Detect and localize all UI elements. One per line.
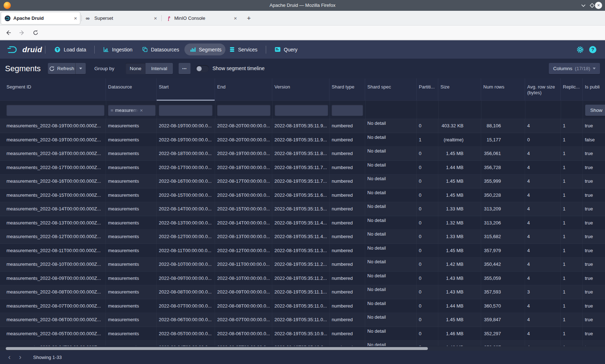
segment-timeline-toggle[interactable] — [196, 65, 209, 72]
column-header-shard_type[interactable]: Shard type — [330, 78, 365, 100]
nav-segments[interactable]: Segments — [190, 40, 221, 59]
tab-close-icon[interactable]: × — [74, 15, 77, 21]
cell-id: measurements_2022-08-16T00:00:00.000Z... — [0, 174, 106, 188]
table-row[interactable]: measurements_2022-08-15T00:00:00.000Z...… — [0, 188, 605, 203]
cell-partition: 0 — [417, 244, 438, 258]
column-header-size[interactable]: Size — [438, 78, 481, 100]
table-row[interactable]: measurements_2022-08-11T00:00:00.000Z...… — [0, 244, 605, 258]
table-row[interactable]: measurements_2022-08-19T00:00:00.000Z...… — [0, 119, 605, 133]
nav-load-data[interactable]: Load data — [54, 40, 86, 59]
column-header-start[interactable]: Start — [157, 78, 215, 100]
table-row[interactable]: measurements_2022-08-10T00:00:00.000Z...… — [0, 258, 605, 272]
cell-shard_spec: No detail — [365, 258, 417, 271]
table-row[interactable]: measurements_2022-08-07T00:00:00.000Z...… — [0, 299, 605, 313]
filter-shard-type-input[interactable] — [332, 105, 363, 116]
cell-id: measurements_2022-08-19T00:00:00.000Z... — [0, 119, 106, 133]
tab-close-icon[interactable]: × — [154, 15, 157, 21]
cell-replicas: 1 — [561, 133, 583, 147]
window-minimize-button[interactable] — [580, 2, 587, 9]
browser-toolbar: 172.18.0.4:30899/unified-console.html#se… — [0, 26, 605, 40]
nav-datasources[interactable]: Datasources — [142, 40, 179, 59]
help-icon[interactable]: ? — [589, 40, 596, 59]
cell-replicas: 1 — [561, 188, 583, 202]
table-row[interactable]: measurements_2022-08-13T00:00:00.000Z...… — [0, 216, 605, 230]
cell-partition: 0 — [417, 272, 438, 285]
cell-shard_spec: No detail — [365, 161, 417, 174]
column-header-replicas[interactable]: Replic... — [561, 78, 583, 100]
table-row[interactable]: measurements_2022-08-17T00:00:00.000Z...… — [0, 161, 605, 175]
group-by-interval-button[interactable]: Interval — [145, 63, 173, 74]
table-row[interactable]: measurements_2022-08-16T00:00:00.000Z...… — [0, 174, 605, 188]
cell-start: 2022-08-05T00:00:00.0... — [157, 327, 215, 341]
nav-label: Datasources — [151, 47, 179, 53]
column-header-version[interactable]: Version — [272, 78, 330, 100]
filter-end-input[interactable] — [217, 105, 270, 116]
refresh-dropdown-button[interactable] — [75, 63, 86, 74]
table-row[interactable]: measurements_2022-08-14T00:00:00.000Z...… — [0, 202, 605, 216]
column-header-end[interactable]: End — [215, 78, 272, 100]
filter-start-input[interactable] — [159, 105, 212, 116]
window-title: Apache Druid — Mozilla Firefox — [0, 0, 605, 11]
window-close-button[interactable]: × — [595, 2, 602, 9]
group-by-none-button[interactable]: None — [126, 63, 145, 74]
cell-avg_row_size: 4 — [525, 230, 561, 244]
tab-apache-druid[interactable]: Apache Druid × — [1, 12, 80, 24]
column-header-is_published[interactable]: Is publi — [583, 78, 605, 100]
table-row[interactable]: measurements_2022-08-04T00:00:00.000Z...… — [0, 341, 605, 346]
column-header-num_rows[interactable]: Num rows — [481, 78, 525, 100]
cell-replicas: 1 — [561, 202, 583, 216]
segments-icon — [190, 46, 196, 53]
cell-id: measurements_2022-08-12T00:00:00.000Z... — [0, 230, 106, 244]
tab-superset[interactable]: ∞ Superset × — [82, 12, 160, 24]
table-row[interactable]: measurements_2022-08-12T00:00:00.000Z...… — [0, 230, 605, 244]
columns-button[interactable]: Columns (17/18) — [549, 63, 600, 74]
nav-query[interactable]: Query — [274, 40, 297, 59]
horizontal-scrollbar-track[interactable] — [0, 346, 605, 351]
tab-close-icon[interactable]: × — [234, 15, 237, 21]
table-row[interactable]: measurements_2022-08-19T00:00:00.000Z...… — [0, 133, 605, 147]
cell-num_rows: 357,979 — [481, 244, 525, 258]
cell-partition: 0 — [417, 216, 438, 230]
cell-shard_type: numbered — [330, 313, 365, 327]
filter-segment-id-input[interactable] — [6, 105, 104, 116]
column-header-shard_spec[interactable]: Shard spec — [365, 78, 417, 100]
cell-version: 2022-08-19T05:35:11.4... — [272, 216, 330, 230]
filter-datasource-input[interactable]: = measurements × — [108, 105, 156, 116]
column-header-avg_row_size[interactable]: Avg. row size (bytes) — [525, 78, 561, 100]
cell-partition: 0 — [417, 188, 438, 202]
cell-num_rows: 15,177 — [481, 133, 525, 147]
reload-button[interactable] — [32, 26, 39, 40]
filter-is-published-show-button[interactable]: Show — [585, 105, 605, 116]
column-header-ds[interactable]: Datasource — [106, 78, 157, 100]
prev-page-button[interactable]: ‹ — [5, 351, 14, 364]
nav-services[interactable]: Services — [229, 40, 257, 59]
back-button[interactable] — [5, 26, 12, 40]
clear-filter-icon[interactable]: × — [140, 108, 143, 113]
cell-replicas: 1 — [561, 299, 583, 313]
cell-ds: measurements — [106, 119, 157, 133]
datasource-filter-value: measurements — [115, 108, 138, 113]
table-row[interactable]: measurements_2022-08-09T00:00:00.000Z...… — [0, 272, 605, 286]
table-row[interactable]: measurements_2022-08-05T00:00:00.000Z...… — [0, 327, 605, 341]
column-header-id[interactable]: Segment ID — [0, 78, 106, 100]
column-header-partition[interactable]: Partiti... — [417, 78, 438, 100]
settings-gear-icon[interactable] — [576, 40, 584, 59]
table-row[interactable]: measurements_2022-08-08T00:00:00.000Z...… — [0, 285, 605, 299]
more-options-button[interactable]: ••• — [179, 63, 191, 74]
new-tab-button[interactable]: + — [244, 14, 254, 23]
next-page-button[interactable]: › — [16, 351, 24, 364]
horizontal-scrollbar-thumb[interactable] — [6, 347, 428, 350]
druid-logo[interactable]: druid — [7, 40, 42, 59]
table-row[interactable]: measurements_2022-08-06T00:00:00.000Z...… — [0, 313, 605, 327]
refresh-button[interactable]: Refresh — [48, 63, 75, 74]
window-maximize-button[interactable] — [588, 2, 596, 9]
forward-button[interactable] — [19, 26, 25, 40]
cell-avg_row_size: 4 — [525, 341, 561, 346]
cell-version: 2022-08-19T05:35:11.8... — [272, 147, 330, 160]
cell-num_rows: 315,682 — [481, 230, 525, 244]
cell-ds: measurements — [106, 230, 157, 244]
filter-version-input[interactable] — [275, 105, 328, 116]
tab-minio-console[interactable]: MinIO Console × — [162, 12, 240, 24]
table-row[interactable]: measurements_2022-08-18T00:00:00.000Z...… — [0, 147, 605, 161]
nav-ingestion[interactable]: Ingestion — [103, 40, 133, 59]
